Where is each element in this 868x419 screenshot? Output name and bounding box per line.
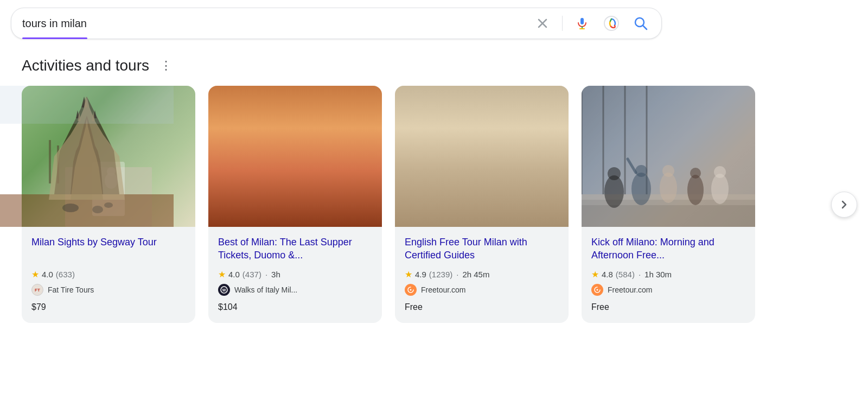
card-image-4 (582, 86, 755, 227)
card-provider-4: Freetour.com (591, 284, 745, 296)
search-icons-group (533, 14, 650, 33)
chevron-right-icon (839, 199, 850, 210)
rating-value-1: 4.0 (42, 270, 53, 279)
rating-dot-4: · (639, 270, 641, 279)
svg-point-47 (711, 174, 729, 204)
search-input[interactable] (22, 17, 524, 30)
search-bar (11, 8, 662, 39)
rating-value-3: 4.9 (415, 270, 426, 279)
card-rating-3: ★ 4.9 (1239) · 2h 45m (405, 269, 559, 280)
search-bar-container (0, 0, 868, 39)
rating-value-2: 4.0 (228, 270, 240, 279)
card-price-4: Free (591, 302, 745, 312)
icon-divider (562, 16, 563, 31)
section-header: Activities and tours ⋮ (0, 39, 868, 86)
card-body-3: English Free Tour Milan with Certified G… (395, 227, 569, 323)
walks-logo-icon: W (218, 284, 230, 296)
tour-card-4[interactable]: Kick off Milano: Morning and Afternoon F… (582, 86, 755, 323)
duration-2: 3h (271, 270, 280, 279)
svg-point-30 (410, 289, 412, 291)
card-image-svg-4 (582, 86, 755, 227)
card-title-4: Kick off Milano: Morning and Afternoon F… (591, 236, 745, 263)
rating-dot-2: · (265, 270, 267, 279)
lens-icon (603, 15, 620, 32)
provider-name-2: Walks of Italy Mil... (234, 285, 297, 294)
provider-name-1: Fat Tire Tours (48, 285, 94, 294)
search-underline (22, 37, 87, 39)
star-icon-3: ★ (405, 269, 412, 280)
duration-4: 1h 30m (644, 270, 672, 279)
svg-line-7 (643, 26, 647, 29)
svg-point-50 (597, 289, 598, 291)
tour-card-2[interactable]: Best of Milan: The Last Supper Tickets, … (208, 86, 382, 323)
card-provider-3: Freetour.com (405, 284, 559, 296)
rating-value-4: 4.8 (602, 270, 613, 279)
card-title-2: Best of Milan: The Last Supper Tickets, … (218, 236, 372, 263)
card-image-3 (395, 86, 569, 227)
freetour-symbol-4 (593, 286, 601, 294)
card-rating-4: ★ 4.8 (584) · 1h 30m (591, 269, 745, 280)
card-rating-1: ★ 4.0 (633) (31, 269, 186, 280)
card-rating-2: ★ 4.0 (437) · 3h (218, 269, 372, 280)
review-count-4: (584) (616, 270, 635, 279)
card-price-3: Free (405, 302, 559, 312)
card-provider-1: FT Fat Tire Tours (31, 284, 186, 296)
freetour-logo-icon-4 (591, 284, 603, 296)
duration-3: 2h 45m (462, 270, 489, 279)
svg-rect-38 (582, 205, 755, 227)
cards-container: Milan Sights by Segway Tour ★ 4.0 (633) … (0, 86, 868, 323)
freetour-logo-icon-3 (405, 284, 417, 296)
svg-point-42 (635, 165, 647, 177)
review-count-2: (437) (242, 270, 261, 279)
section-title: Activities and tours (22, 57, 149, 74)
star-icon-2: ★ (218, 269, 226, 280)
microphone-icon (576, 17, 589, 30)
svg-point-43 (660, 173, 677, 203)
freetour-symbol-3 (407, 286, 414, 294)
card-image-2 (208, 86, 382, 227)
card-body-4: Kick off Milano: Morning and Afternoon F… (582, 227, 755, 323)
walks-symbol: W (220, 286, 228, 294)
svg-point-44 (662, 165, 674, 177)
next-arrow-button[interactable] (831, 192, 857, 218)
search-button[interactable] (631, 14, 650, 33)
lens-button[interactable] (602, 14, 621, 33)
tour-card-3[interactable]: English Free Tour Milan with Certified G… (395, 86, 569, 323)
star-icon-1: ★ (31, 269, 39, 280)
svg-point-41 (631, 173, 651, 205)
clear-icon (537, 17, 548, 29)
search-magnifier-icon (634, 16, 648, 30)
fat-tire-logo-icon: FT (31, 284, 43, 296)
provider-name-4: Freetour.com (608, 285, 652, 294)
card-body-1: Milan Sights by Segway Tour ★ 4.0 (633) … (22, 227, 195, 323)
clear-button[interactable] (533, 14, 552, 33)
svg-point-40 (608, 167, 621, 180)
review-count-3: (1239) (429, 270, 452, 279)
card-title-3: English Free Tour Milan with Certified G… (405, 236, 559, 263)
microphone-button[interactable] (572, 14, 592, 33)
card-price-2: $104 (218, 302, 372, 312)
rating-dot-3: · (456, 270, 458, 279)
review-count-1: (633) (56, 270, 75, 279)
svg-point-45 (687, 175, 704, 205)
star-icon-4: ★ (591, 269, 599, 280)
svg-text:W: W (222, 288, 226, 292)
card-title-1: Milan Sights by Segway Tour (31, 236, 186, 263)
card-body-2: Best of Milan: The Last Supper Tickets, … (208, 227, 382, 323)
svg-point-46 (690, 168, 701, 179)
provider-name-3: Freetour.com (421, 285, 465, 294)
svg-point-48 (714, 166, 726, 178)
more-options-button[interactable]: ⋮ (157, 56, 176, 75)
card-price-1: $79 (31, 302, 186, 312)
card-provider-2: W Walks of Italy Mil... (218, 284, 372, 296)
svg-rect-2 (580, 18, 584, 24)
